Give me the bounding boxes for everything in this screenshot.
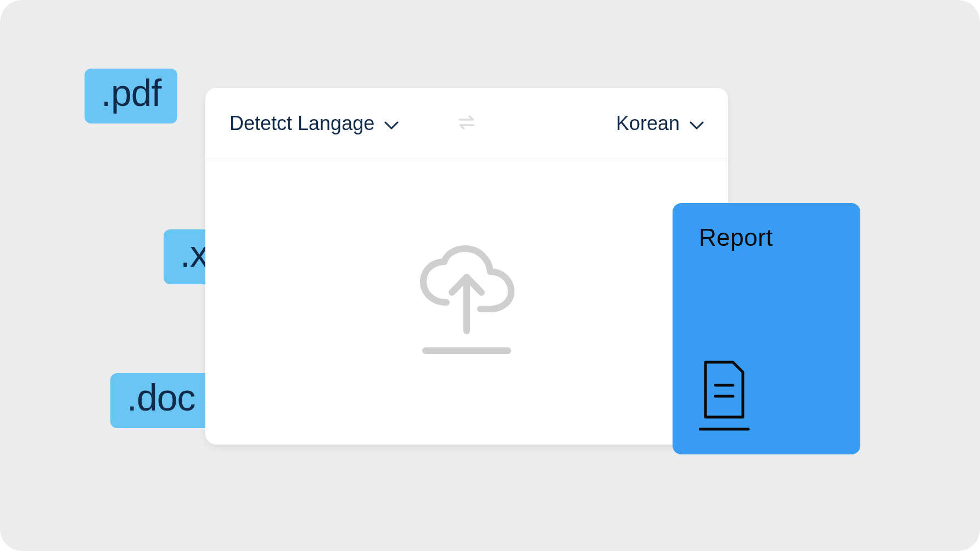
- source-language-label: Detetct Langage: [229, 112, 374, 135]
- target-language-dropdown[interactable]: Korean: [616, 112, 704, 135]
- swap-horizontal-icon: [457, 115, 476, 132]
- cloud-upload-icon: [415, 243, 519, 361]
- document-icon: [699, 360, 752, 434]
- chip-label: .doc: [127, 376, 195, 418]
- target-language-label: Korean: [616, 112, 680, 135]
- swap-languages-button[interactable]: [457, 115, 476, 132]
- chevron-down-icon: [690, 112, 704, 135]
- translator-header: Detetct Langage Korean: [205, 88, 728, 159]
- translator-panel: Detetct Langage Korean: [205, 88, 728, 445]
- filetype-chip-doc: .doc: [110, 373, 212, 428]
- filetype-chip-pdf: .pdf: [85, 69, 177, 123]
- source-language-dropdown[interactable]: Detetct Langage: [229, 112, 399, 135]
- report-card[interactable]: Report: [673, 203, 860, 454]
- upload-dropzone[interactable]: [205, 159, 728, 445]
- chip-label: .pdf: [101, 72, 161, 114]
- illustration-canvas: .pdf .xls .doc Detetct Langage: [0, 0, 980, 551]
- chevron-down-icon: [384, 112, 399, 135]
- report-title: Report: [699, 224, 834, 251]
